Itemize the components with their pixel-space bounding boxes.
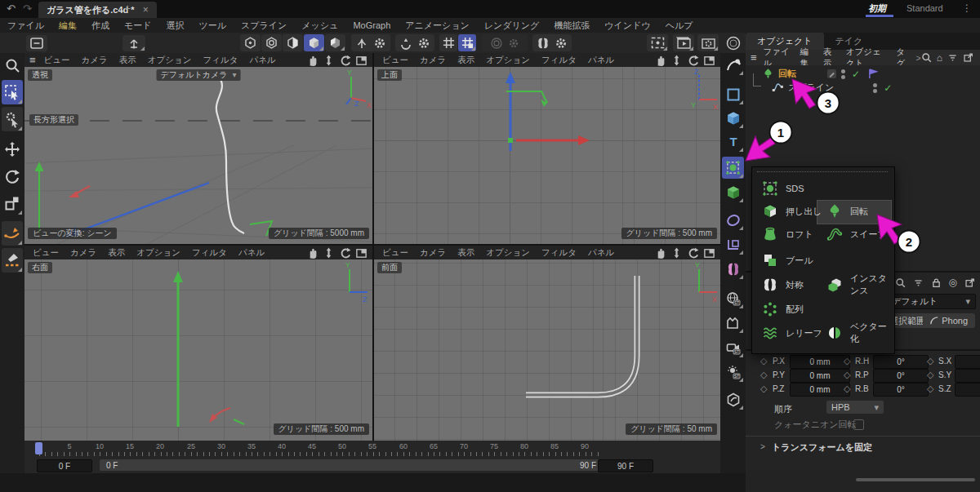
spline-pen-tool-button[interactable] (2, 221, 23, 246)
dolly-icon[interactable] (670, 54, 683, 67)
coord-input-rp[interactable]: 0° (873, 369, 929, 383)
text-object-button[interactable]: T (722, 131, 744, 153)
vp-menu-panel[interactable]: パネル (588, 55, 614, 66)
object-name-lathe[interactable]: 回転 (778, 68, 796, 80)
key-diamond-icon[interactable]: ◇ (927, 370, 933, 380)
live-selection-tool-button[interactable] (2, 80, 23, 104)
spline-top-projection[interactable] (506, 91, 547, 103)
pan-hand-icon[interactable] (306, 54, 318, 67)
vp-menu-filter[interactable]: フィルタ (541, 247, 577, 259)
popup-item-extrude[interactable]: 押し出し (762, 200, 822, 223)
menu-mograph[interactable]: MoGraph (345, 20, 398, 30)
modeling-axis-button[interactable] (351, 34, 390, 51)
attribute-mode-dropdown[interactable]: デフォルト ▾ (886, 294, 976, 309)
enabled-check-icon[interactable]: ✓ (884, 82, 892, 94)
om-search-icon[interactable] (921, 52, 932, 63)
popup-item-lathe[interactable]: 回転 (826, 200, 868, 223)
pen-spline-tools-button[interactable] (722, 54, 744, 76)
menu-file[interactable]: ファイル (0, 20, 51, 32)
enabled-check-icon[interactable]: ✓ (852, 69, 860, 80)
spline-primitive-button[interactable] (722, 83, 744, 105)
scene-nodes-button[interactable] (722, 233, 744, 255)
pan-hand-icon[interactable] (306, 246, 318, 259)
move-tool-button[interactable] (2, 137, 23, 162)
layout-preset-active[interactable]: 初期 (868, 2, 886, 15)
key-diamond-icon[interactable]: ◇ (760, 383, 767, 394)
key-diamond-icon[interactable]: ◇ (844, 383, 850, 394)
coord-input-sy[interactable] (955, 369, 980, 383)
workplane-button[interactable] (395, 34, 434, 51)
hex-half-button[interactable] (283, 34, 303, 51)
render-picture-viewer-button[interactable] (673, 34, 694, 51)
object-row-spline[interactable]: スプライン ✓ (746, 81, 980, 95)
hex-shaded-button[interactable] (325, 34, 345, 51)
popup-item-sds[interactable]: SDS (762, 177, 804, 200)
object-row-lathe[interactable]: 回転 ✓ (746, 67, 980, 81)
popup-item-boole[interactable]: ブール (762, 249, 813, 272)
key-diamond-icon[interactable]: ◇ (927, 356, 933, 366)
sky-environment-button[interactable]: ST (722, 287, 744, 309)
vp-menu-options[interactable]: オプション (486, 247, 530, 259)
menu-mode[interactable]: モード (117, 20, 159, 32)
menu-select[interactable]: 選択 (159, 20, 192, 32)
vp-menu-view[interactable]: ビュー (382, 247, 408, 259)
menu-edit[interactable]: 編集 (51, 20, 84, 32)
menu-tools[interactable]: ツール (192, 20, 234, 32)
render-region-button[interactable] (647, 34, 668, 51)
orbit-icon[interactable] (339, 246, 351, 259)
redo-icon[interactable]: ↷ (23, 2, 32, 15)
visibility-dots[interactable] (873, 83, 877, 93)
vp-menu-view[interactable]: ビュー (33, 247, 59, 259)
tweak-tool-button[interactable] (2, 107, 23, 131)
orbit-icon[interactable] (339, 54, 351, 67)
vp-menu-panel[interactable]: パネル (588, 247, 614, 259)
default-material-sphere[interactable] (724, 34, 743, 51)
hex-solid-button[interactable] (304, 34, 324, 51)
key-diamond-icon[interactable]: ◇ (760, 370, 767, 380)
layout-preset-standard[interactable]: Standard (906, 3, 943, 13)
viewport-perspective[interactable]: ≡ ビュー カメラ 表示 オプション フィルタ パネル (24, 53, 372, 244)
object-name-spline[interactable]: スプライン (788, 82, 834, 94)
maximize-view-icon[interactable] (703, 246, 715, 259)
vp-menu-display[interactable]: 表示 (119, 55, 136, 66)
vp-menu-filter[interactable]: フィルタ (192, 247, 227, 259)
popup-item-loft[interactable]: ロフト (762, 223, 813, 246)
preview-range-slider[interactable]: 0 F 90 F (100, 459, 603, 471)
dolly-icon[interactable] (323, 246, 335, 259)
popup-item-vectorize[interactable]: ベクター化 (826, 321, 894, 344)
key-diamond-icon[interactable]: ◇ (760, 356, 767, 366)
content-browser-button[interactable] (26, 35, 47, 51)
search-tool-button[interactable] (2, 54, 23, 77)
om-filter-icon[interactable] (947, 52, 958, 63)
horizontal-scrollbar[interactable] (856, 478, 975, 481)
glass-tube-spline[interactable] (526, 276, 637, 395)
maximize-view-icon[interactable] (355, 54, 368, 67)
viewport-right-canvas[interactable]: Y Z 右面 グリッド間隔 : 500 mm (24, 259, 372, 441)
layout-menu-dots-icon[interactable]: ⋮ (962, 2, 972, 14)
new-tab-button[interactable]: + (124, 2, 131, 15)
rotate-tool-button[interactable] (2, 164, 23, 188)
maximize-view-icon[interactable] (703, 54, 715, 67)
coord-input-sz[interactable] (955, 383, 980, 397)
generators-button[interactable] (722, 157, 744, 179)
edit-state-icon[interactable] (827, 69, 836, 78)
vp-menu-filter[interactable]: フィルタ (203, 55, 238, 66)
deformer-button[interactable] (722, 209, 744, 231)
key-diamond-icon[interactable]: ◇ (844, 356, 850, 366)
menu-create[interactable]: 作成 (84, 20, 117, 32)
viewport-front-canvas[interactable]: Y X 前面 グリッド間隔 : 50 mm (374, 259, 720, 441)
maximize-view-icon[interactable] (355, 246, 368, 259)
vp-menu-panel[interactable]: パネル (250, 55, 276, 66)
menu-extensions[interactable]: 機能拡張 (546, 20, 597, 32)
viewport-right[interactable]: ビュー カメラ 表示 オプション フィルタ パネル (24, 246, 372, 441)
material-editor-button[interactable] (722, 388, 744, 410)
coordinate-system-button[interactable] (122, 35, 145, 51)
hex-ring-button[interactable] (261, 34, 282, 51)
sketch-tool-button[interactable] (2, 248, 23, 273)
coord-input-rh[interactable]: 0° (873, 355, 929, 369)
popup-tearoff-handle[interactable] (757, 171, 888, 172)
viewport-top[interactable]: ビュー カメラ 表示 オプション フィルタ パネル (374, 53, 720, 244)
render-settings-button[interactable] (697, 34, 719, 51)
phong-button[interactable]: Phong (923, 313, 975, 328)
attr-target-icon[interactable]: ◎ (949, 277, 957, 288)
